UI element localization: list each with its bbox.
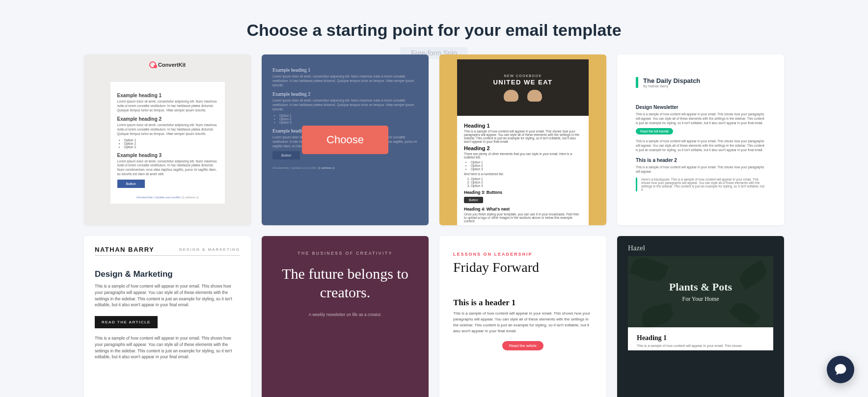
tagline: A weekly newsletter on life as a creator… — [281, 312, 409, 317]
template-card-cookbook[interactable]: NEW COOKBOOK UNITED WE EAT Heading 1 Thi… — [439, 54, 606, 225]
template-card-hazel[interactable]: Hazel Plants & Pots For Your Home Headin… — [617, 236, 784, 397]
paragraph: This is a sample of how content will app… — [95, 283, 240, 308]
heading: Heading 2 — [464, 145, 582, 151]
hero-image: NEW COOKBOOK UNITED WE EAT — [457, 59, 589, 116]
template-card-friday-forward[interactable]: LESSONS ON LEADERSHIP Friday Forward Thi… — [439, 236, 606, 397]
paragraph: Lorem ipsum dolor sit amet, consectetur … — [117, 123, 218, 136]
heading: Design Newsletter — [636, 105, 765, 110]
heading: Heading 4: What's next — [464, 207, 582, 212]
chat-widget-button[interactable] — [827, 356, 854, 383]
heading: Heading 3: Buttons — [464, 190, 582, 195]
preview-button: Button — [117, 180, 145, 188]
list-item: Option 2 — [471, 164, 582, 167]
paragraph: There are plenty of other elements that … — [464, 152, 582, 159]
heading: This is a header 1 — [453, 298, 593, 308]
update-profile-link: Update your profile — [155, 196, 180, 199]
cta-button: READ THE ARTICLE — [95, 316, 158, 328]
template-card-nathan-barry[interactable]: NATHAN BARRY DESIGN & MARKETING Design &… — [84, 236, 251, 397]
brand-name: Hazel — [628, 244, 773, 252]
list-item: Option 1 — [124, 138, 218, 142]
newsletter-title: The Daily Dispatch — [643, 77, 765, 84]
list-item: Option 3 — [471, 184, 582, 187]
paragraph: Once you finish styling your template, y… — [464, 212, 582, 223]
paragraph: This is a sample of how content will app… — [453, 311, 593, 334]
heading: This is a header 2 — [636, 158, 765, 163]
kicker: LESSONS ON LEADERSHIP — [453, 252, 533, 257]
template-card-daily-dispatch[interactable]: The Daily Dispatch By Nathan Barry Desig… — [617, 54, 784, 225]
heading: Heading 1 — [464, 123, 582, 129]
paragraph: This is a sample of how content will app… — [637, 344, 764, 347]
paragraph: This is a sample of how content will app… — [636, 112, 765, 125]
template-card-convertkit[interactable]: ConvertKit Example heading 1 Lorem ipsum… — [84, 54, 251, 225]
author-name: NATHAN BARRY — [95, 246, 154, 253]
address-token: {{ address }} — [183, 196, 199, 199]
kicker: THE BUSINESS OF CREATIVITY — [281, 251, 409, 256]
heading: Example heading 1 — [117, 93, 218, 98]
unsubscribe-link: Unsubscribe — [136, 196, 153, 199]
heading: Example heading 3 — [117, 153, 218, 158]
list-item: Option 3 — [124, 145, 218, 149]
list-item: Option 2 — [124, 142, 218, 145]
template-card-blank-blue[interactable]: Example heading 1 Lorem ipsum dolor sit … — [262, 54, 429, 225]
list-item: Option 2 — [471, 181, 582, 184]
page-title: Choose a starting point for your email t… — [78, 21, 790, 40]
preview-button: Button — [464, 197, 483, 203]
convertkit-logo-text: ConvertKit — [158, 62, 186, 68]
paragraph: Lorem ipsum dolor sit amet, consectetur … — [117, 100, 218, 112]
list-item: Option 3 — [471, 167, 582, 171]
hero-image: Plants & Pots For Your Home — [628, 256, 773, 327]
list-item: Option 1 — [471, 160, 582, 164]
template-card-creators[interactable]: THE BUSINESS OF CREATIVITY The future be… — [262, 236, 429, 397]
byline: By Nathan Barry — [643, 84, 668, 88]
paragraph: This is a sample of how content will app… — [636, 139, 765, 152]
paragraph: And here is a numbered list: — [464, 172, 582, 176]
hero-title: Plants & Pots — [669, 281, 732, 293]
paragraph: This is a sample of how content will app… — [464, 130, 582, 143]
headline: The future belongs to creators. — [281, 265, 409, 301]
paragraph: This is a sample of how content will app… — [95, 335, 240, 360]
convertkit-logo: ConvertKit — [84, 61, 251, 68]
title: Friday Forward — [453, 260, 593, 275]
author-tagline: DESIGN & MARKETING — [179, 247, 240, 252]
hero-kicker: NEW COOKBOOK — [504, 74, 542, 78]
choose-button[interactable]: Choose — [302, 126, 388, 154]
blockquote: Here's a blockquote. This is a sample of… — [636, 178, 765, 191]
paragraph: Lorem ipsum dolor sit amet, consectetur … — [117, 159, 218, 177]
template-grid: ConvertKit Example heading 1 Lorem ipsum… — [78, 54, 790, 397]
heading: Design & Marketing — [95, 269, 240, 279]
heading: Heading 1 — [637, 334, 764, 342]
heading: Example heading 2 — [117, 116, 218, 122]
chat-icon — [834, 363, 847, 376]
cta-pill: Read the article — [502, 341, 543, 350]
cta-pill: Read the full tutorial — [636, 128, 673, 134]
hero-subtitle: For Your Home — [682, 295, 719, 303]
hero-title: UNITED WE EAT — [493, 79, 552, 86]
list-item: Option 1 — [471, 177, 582, 181]
paragraph: This is a sample of how content will app… — [636, 165, 765, 174]
convertkit-logo-icon — [149, 61, 156, 68]
